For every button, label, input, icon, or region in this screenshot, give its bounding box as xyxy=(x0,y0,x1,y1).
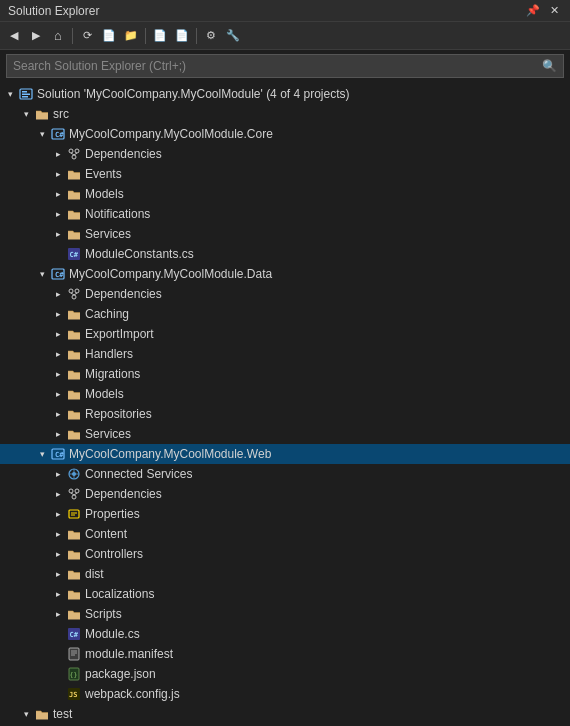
svg-point-8 xyxy=(72,155,76,159)
svg-text:C#: C# xyxy=(55,451,64,459)
tree-item-core-deps[interactable]: Dependencies xyxy=(0,144,570,164)
tree-item-data-deps[interactable]: Dependencies xyxy=(0,284,570,304)
tree-item-web-webpack[interactable]: JSwebpack.config.js xyxy=(0,684,570,704)
expand-arrow-data-services[interactable] xyxy=(50,429,66,439)
expand-arrow-core-models[interactable] xyxy=(50,189,66,199)
tree-item-web-controllers[interactable]: Controllers xyxy=(0,544,570,564)
project-icon-data-project: C# xyxy=(50,266,66,282)
tree-item-data-caching[interactable]: Caching xyxy=(0,304,570,324)
new-folder-button[interactable]: 📁 xyxy=(121,26,141,46)
project-icon-web-project: C# xyxy=(50,446,66,462)
expand-arrow-core-deps[interactable] xyxy=(50,149,66,159)
tree-item-web-project[interactable]: C#MyCoolCompany.MyCoolModule.Web xyxy=(0,444,570,464)
expand-arrow-test[interactable] xyxy=(18,709,34,719)
settings-button[interactable]: ⚙ xyxy=(201,26,221,46)
separator-2 xyxy=(145,28,146,44)
expand-arrow-data-handlers[interactable] xyxy=(50,349,66,359)
tree-item-data-project[interactable]: C#MyCoolCompany.MyCoolModule.Data xyxy=(0,264,570,284)
item-label-web-localizations: Localizations xyxy=(85,587,566,601)
tree-item-data-exportimport[interactable]: ExportImport xyxy=(0,324,570,344)
tree-item-core-notifications[interactable]: Notifications xyxy=(0,204,570,224)
tree-item-web-module[interactable]: C#Module.cs xyxy=(0,624,570,644)
search-input[interactable] xyxy=(13,59,542,73)
sync-button[interactable]: ⟳ xyxy=(77,26,97,46)
tree-item-web-scripts[interactable]: Scripts xyxy=(0,604,570,624)
expand-arrow-data-exportimport[interactable] xyxy=(50,329,66,339)
item-label-web-controllers: Controllers xyxy=(85,547,566,561)
tree-item-web-content[interactable]: Content xyxy=(0,524,570,544)
expand-arrow-core-events[interactable] xyxy=(50,169,66,179)
tree-item-web-dist[interactable]: dist xyxy=(0,564,570,584)
tree-item-core-moduleconstants[interactable]: C#ModuleConstants.cs xyxy=(0,244,570,264)
expand-arrow-core-services[interactable] xyxy=(50,229,66,239)
tree-item-src[interactable]: src xyxy=(0,104,570,124)
tree-item-web-properties[interactable]: Properties xyxy=(0,504,570,524)
tree-item-data-repositories[interactable]: Repositories xyxy=(0,404,570,424)
item-label-data-handlers: Handlers xyxy=(85,347,566,361)
expand-arrow-data-migrations[interactable] xyxy=(50,369,66,379)
toolbar: ◀ ▶ ⌂ ⟳ 📄 📁 📄 📄 ⚙ 🔧 xyxy=(0,22,570,50)
tree-item-data-handlers[interactable]: Handlers xyxy=(0,344,570,364)
tree-item-web-localizations[interactable]: Localizations xyxy=(0,584,570,604)
expand-arrow-web-connectedservices[interactable] xyxy=(50,469,66,479)
tree-item-core-project[interactable]: C#MyCoolCompany.MyCoolModule.Core xyxy=(0,124,570,144)
solution-explorer-title: Solution Explorer xyxy=(8,4,99,18)
tree-item-web-modulemanifest[interactable]: module.manifest xyxy=(0,644,570,664)
item-label-web-packagejson: package.json xyxy=(85,667,566,681)
expand-arrow-web-project[interactable] xyxy=(34,449,50,459)
home-button[interactable]: ⌂ xyxy=(48,26,68,46)
item-label-core-models: Models xyxy=(85,187,566,201)
expand-arrow-web-localizations[interactable] xyxy=(50,589,66,599)
svg-point-15 xyxy=(69,289,73,293)
expand-arrow-data-caching[interactable] xyxy=(50,309,66,319)
item-label-data-repositories: Repositories xyxy=(85,407,566,421)
expand-arrow-web-deps[interactable] xyxy=(50,489,66,499)
expand-arrow-web-content[interactable] xyxy=(50,529,66,539)
tools-button[interactable]: 🔧 xyxy=(223,26,243,46)
folder-icon-data-migrations xyxy=(66,366,82,382)
forward-button[interactable]: ▶ xyxy=(26,26,46,46)
folder-icon-data-handlers xyxy=(66,346,82,362)
tree-item-solution[interactable]: Solution 'MyCoolCompany.MyCoolModule' (4… xyxy=(0,84,570,104)
close-button[interactable]: ✕ xyxy=(547,4,562,17)
expand-arrow-web-scripts[interactable] xyxy=(50,609,66,619)
tree-item-web-deps[interactable]: Dependencies xyxy=(0,484,570,504)
tree-item-data-migrations[interactable]: Migrations xyxy=(0,364,570,384)
refresh-button[interactable]: 📄 xyxy=(172,26,192,46)
back-button[interactable]: ◀ xyxy=(4,26,24,46)
item-label-core-deps: Dependencies xyxy=(85,147,566,161)
manifest-icon-web-modulemanifest xyxy=(66,646,82,662)
expand-arrow-data-project[interactable] xyxy=(34,269,50,279)
expand-arrow-web-properties[interactable] xyxy=(50,509,66,519)
tree-item-web-connectedservices[interactable]: Connected Services xyxy=(0,464,570,484)
search-icon: 🔍 xyxy=(542,59,557,73)
expand-arrow-src[interactable] xyxy=(18,109,34,119)
svg-point-28 xyxy=(72,495,76,499)
item-label-core-moduleconstants: ModuleConstants.cs xyxy=(85,247,566,261)
item-label-core-services: Services xyxy=(85,227,566,241)
expand-arrow-core-notifications[interactable] xyxy=(50,209,66,219)
expand-arrow-core-project[interactable] xyxy=(34,129,50,139)
search-bar[interactable]: 🔍 xyxy=(6,54,564,78)
expand-arrow-web-controllers[interactable] xyxy=(50,549,66,559)
tree-item-core-models[interactable]: Models xyxy=(0,184,570,204)
show-all-files-button[interactable]: 📄 xyxy=(150,26,170,46)
expand-arrow-data-repositories[interactable] xyxy=(50,409,66,419)
csharp-icon-web-module: C# xyxy=(66,626,82,642)
expand-arrow-data-deps[interactable] xyxy=(50,289,66,299)
expand-arrow-web-dist[interactable] xyxy=(50,569,66,579)
folder-icon-web-localizations xyxy=(66,586,82,602)
svg-line-29 xyxy=(71,493,74,495)
expand-arrow-solution[interactable] xyxy=(2,89,18,99)
tree-item-web-packagejson[interactable]: {}package.json xyxy=(0,664,570,684)
svg-text:C#: C# xyxy=(55,131,64,139)
connected-icon-web-connectedservices xyxy=(66,466,82,482)
tree-item-data-services[interactable]: Services xyxy=(0,424,570,444)
tree-item-data-models[interactable]: Models xyxy=(0,384,570,404)
tree-item-core-events[interactable]: Events xyxy=(0,164,570,184)
pin-button[interactable]: 📌 xyxy=(523,4,543,17)
tree-item-core-services[interactable]: Services xyxy=(0,224,570,244)
new-file-button[interactable]: 📄 xyxy=(99,26,119,46)
expand-arrow-data-models[interactable] xyxy=(50,389,66,399)
tree-item-test[interactable]: test xyxy=(0,704,570,724)
